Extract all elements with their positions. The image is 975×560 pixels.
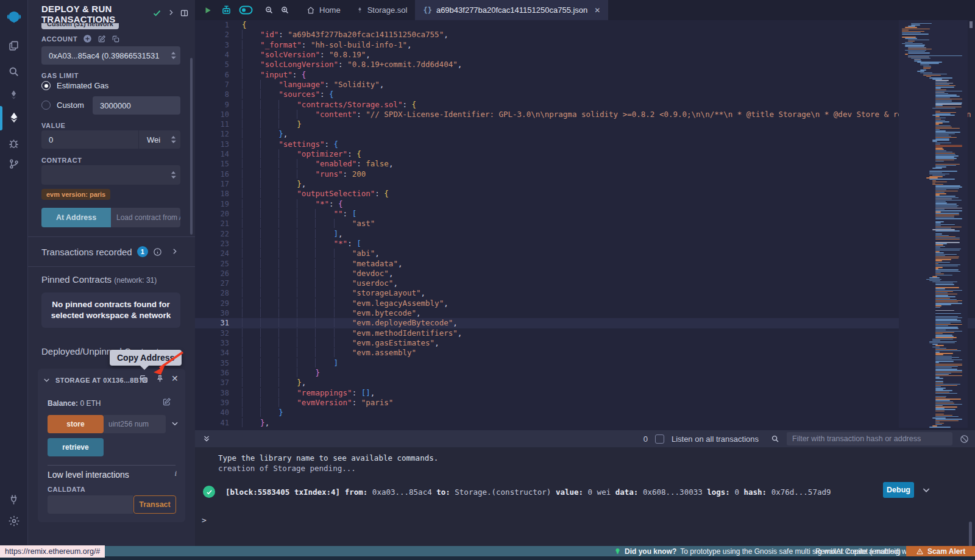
copilot-status[interactable]: RemixAI Copilot (enabled) bbox=[815, 546, 901, 556]
code-line[interactable]: 40 } bbox=[195, 408, 975, 417]
code-line[interactable]: 6 "input": { bbox=[195, 70, 975, 80]
code-line[interactable]: 32 "evm.methodIdentifiers", bbox=[195, 328, 975, 338]
run-script-icon[interactable] bbox=[199, 0, 217, 20]
solidity-compiler-icon[interactable] bbox=[0, 84, 27, 105]
edit-balance-icon[interactable] bbox=[162, 397, 171, 406]
settings-gear-icon[interactable] bbox=[0, 511, 27, 531]
code-line[interactable]: 14 "optimizer": { bbox=[195, 149, 975, 159]
code-line[interactable]: 7 "language": "Solidity", bbox=[195, 80, 975, 90]
plugin-manager-icon[interactable] bbox=[0, 489, 27, 509]
code-line[interactable]: 10 "content": "// SPDX-License-Identifie… bbox=[195, 110, 975, 119]
tx-log-line[interactable]: [block:5583405 txIndex:4] from: 0xa03...… bbox=[225, 487, 831, 497]
filter-input[interactable]: Filter with transaction hash or address bbox=[787, 432, 952, 445]
remix-ai-robot-icon[interactable] bbox=[217, 0, 235, 20]
code-line[interactable]: 2 "id": "a69b43f277ba20fcac141151250ca75… bbox=[195, 30, 975, 40]
expand-transactions-icon[interactable] bbox=[171, 247, 179, 255]
code-line[interactable]: 23 "*": [ bbox=[195, 239, 975, 249]
code-line[interactable]: 22 ], bbox=[195, 229, 975, 239]
code-line[interactable]: 30 "evm.bytecode", bbox=[195, 308, 975, 318]
code-line[interactable]: 12 }, bbox=[195, 129, 975, 139]
code-line[interactable]: 33 "evm.gasEstimates", bbox=[195, 338, 975, 348]
editor-scrollbar[interactable] bbox=[970, 21, 973, 28]
copy-account-icon[interactable] bbox=[112, 35, 120, 43]
debug-button[interactable]: Debug bbox=[883, 482, 914, 498]
code-line[interactable]: 3 "_format": "hh-sol-build-info-1", bbox=[195, 40, 975, 50]
git-icon[interactable] bbox=[0, 154, 27, 174]
contract-select[interactable] bbox=[41, 165, 180, 185]
add-account-icon[interactable] bbox=[83, 34, 92, 43]
custom-gas-radio[interactable] bbox=[41, 101, 51, 110]
code-line[interactable]: 5 "solcLongVersion": "0.8.19+commit.7dd6… bbox=[195, 60, 975, 69]
debugger-icon[interactable] bbox=[0, 133, 27, 154]
minimap[interactable] bbox=[899, 20, 968, 428]
code-line[interactable]: 1{ bbox=[195, 20, 975, 30]
code-line[interactable]: 26 "devdoc", bbox=[195, 269, 975, 278]
retrieve-function-button[interactable]: retrieve bbox=[48, 438, 104, 456]
terminal-prompt[interactable]: > bbox=[202, 516, 207, 525]
scam-alert-button[interactable]: Scam Alert bbox=[906, 546, 975, 556]
value-unit-select[interactable]: Wei bbox=[139, 135, 171, 144]
code-line[interactable]: 4 "solcVersion": "0.8.19", bbox=[195, 50, 975, 60]
transact-button[interactable]: Transact bbox=[133, 495, 176, 514]
code-line[interactable]: 16 "runs": 200 bbox=[195, 169, 975, 179]
code-line[interactable]: 31 "evm.deployedBytecode", bbox=[195, 318, 975, 328]
code-line[interactable]: 28 "storageLayout", bbox=[195, 288, 975, 298]
edit-account-icon[interactable] bbox=[98, 35, 106, 43]
custom-gas-option[interactable]: Custom bbox=[41, 101, 84, 110]
at-address-button[interactable]: At Address bbox=[41, 208, 111, 227]
code-line[interactable]: 20 "": [ bbox=[195, 209, 975, 219]
listen-checkbox[interactable] bbox=[655, 434, 664, 444]
code-line[interactable]: 24 "abi", bbox=[195, 249, 975, 258]
at-address-input[interactable]: Load contract from Address bbox=[111, 208, 180, 227]
code-line[interactable]: 8 "sources": { bbox=[195, 90, 975, 99]
code-line[interactable]: 9 "contracts/Storage.sol": { bbox=[195, 100, 975, 110]
ai-copilot-toggle-icon[interactable] bbox=[235, 0, 256, 20]
pin-contract-icon[interactable] bbox=[155, 374, 165, 383]
store-arg-input[interactable]: uint256 num bbox=[104, 415, 166, 433]
expand-store-args-icon[interactable] bbox=[171, 419, 179, 428]
close-tab-icon[interactable]: ✕ bbox=[594, 6, 600, 15]
estimated-gas-option[interactable]: Estimated Gas bbox=[41, 81, 108, 90]
expand-terminal-icon[interactable] bbox=[202, 434, 211, 443]
estimated-gas-radio[interactable] bbox=[41, 81, 51, 90]
code-line[interactable]: 25 "metadata", bbox=[195, 259, 975, 269]
clear-terminal-icon[interactable] bbox=[960, 434, 969, 444]
code-line[interactable]: 37 }, bbox=[195, 378, 975, 388]
code-line[interactable]: 21 "ast" bbox=[195, 219, 975, 229]
code-line[interactable]: 18 "outputSelection": { bbox=[195, 189, 975, 199]
zoom-out-icon[interactable] bbox=[261, 0, 277, 20]
deploy-run-icon[interactable] bbox=[0, 107, 27, 128]
code-line[interactable]: 27 "userdoc", bbox=[195, 278, 975, 288]
code-line[interactable]: 36 } bbox=[195, 368, 975, 378]
store-function-button[interactable]: store bbox=[48, 415, 104, 433]
tab-home[interactable]: Home bbox=[299, 0, 349, 20]
code-line[interactable]: 35 ] bbox=[195, 358, 975, 368]
tab-build-info-json[interactable]: {} a69b43f277ba20fcac141151250ca755.json… bbox=[415, 0, 608, 20]
value-input[interactable]: 0 bbox=[41, 135, 138, 144]
collapse-contract-icon[interactable] bbox=[43, 376, 51, 384]
tab-storage-sol[interactable]: Storage.sol bbox=[349, 0, 416, 20]
code-line[interactable]: 39 "evmVersion": "paris" bbox=[195, 398, 975, 408]
code-lines[interactable]: 1{2 "id": "a69b43f277ba20fcac141151250ca… bbox=[195, 20, 975, 428]
code-line[interactable]: 19 "*": { bbox=[195, 199, 975, 209]
custom-gas-input[interactable]: 3000000 bbox=[93, 96, 180, 115]
expand-tx-icon[interactable] bbox=[921, 485, 931, 495]
code-line[interactable]: 15 "enabled": false, bbox=[195, 159, 975, 169]
zoom-in-icon[interactable] bbox=[277, 0, 292, 20]
code-line[interactable]: 13 "settings": { bbox=[195, 140, 975, 149]
code-line[interactable]: 17 }, bbox=[195, 179, 975, 189]
remix-logo-icon[interactable] bbox=[0, 5, 27, 32]
info-icon[interactable] bbox=[153, 247, 162, 257]
file-explorer-icon[interactable] bbox=[0, 35, 27, 56]
collapse-panel-icon[interactable] bbox=[167, 9, 175, 16]
low-level-info-icon[interactable]: i bbox=[174, 469, 177, 478]
calldata-input[interactable] bbox=[48, 495, 133, 514]
panel-scrollbar[interactable] bbox=[190, 58, 193, 235]
pin-view-icon[interactable] bbox=[180, 9, 189, 18]
code-line[interactable]: 11 } bbox=[195, 119, 975, 129]
code-line[interactable]: 29 "evm.legacyAssembly", bbox=[195, 299, 975, 308]
account-select[interactable]: 0xA03...85ac4 (0.39866531531 bbox=[41, 46, 180, 65]
contract-card-header[interactable]: STORAGE AT 0X136...8B78 bbox=[43, 376, 147, 384]
code-line[interactable]: 38 "remappings": [], bbox=[195, 388, 975, 398]
code-line[interactable]: 34 "evm.assembly" bbox=[195, 348, 975, 358]
